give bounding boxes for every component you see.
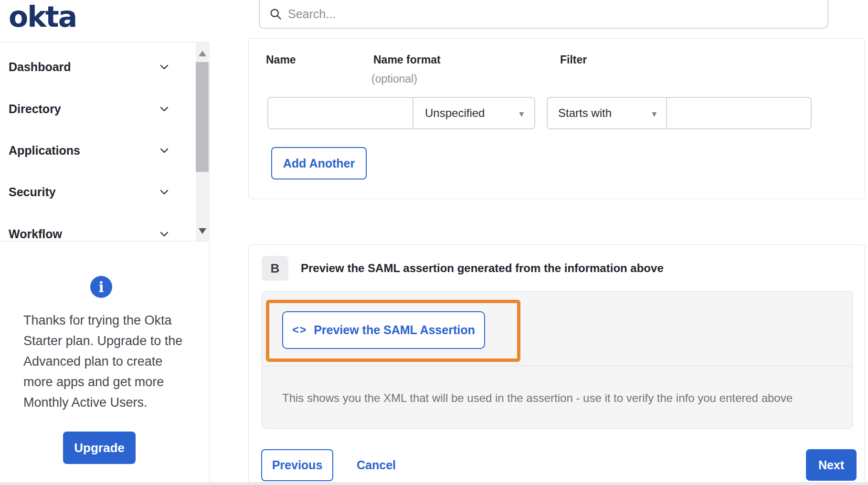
filter-type-select[interactable]: Starts with <box>547 97 667 129</box>
sidebar-right-divider <box>209 42 210 485</box>
sidebar-item-label: Directory <box>9 102 61 116</box>
sidebar-menu-bottom-divider <box>0 241 209 242</box>
chevron-down-icon <box>159 145 170 156</box>
search-input[interactable] <box>288 7 789 21</box>
highlight-annotation-box <box>266 300 520 362</box>
panel-divider <box>262 366 852 366</box>
filter-column-label: Filter <box>560 53 587 66</box>
scroll-down-icon[interactable] <box>199 228 206 234</box>
sidebar-item-directory[interactable]: Directory <box>0 95 195 122</box>
sidebar-item-workflow[interactable]: Workflow <box>0 221 195 247</box>
name-format-column-label: Name format <box>373 53 441 66</box>
chevron-down-icon <box>159 103 170 115</box>
sidebar-item-security[interactable]: Security <box>0 179 195 205</box>
section-b-title: Preview the SAML assertion generated fro… <box>301 262 664 275</box>
name-format-value: Unspecified <box>425 106 485 120</box>
chevron-down-icon <box>159 186 170 198</box>
info-icon <box>90 276 112 298</box>
sidebar-item-label: Dashboard <box>9 60 71 74</box>
sidebar-item-label: Security <box>9 185 56 199</box>
chevron-down-icon <box>159 228 170 240</box>
name-column-label: Name <box>266 53 296 66</box>
optional-sublabel: (optional) <box>371 73 417 85</box>
attribute-name-input[interactable] <box>267 97 413 129</box>
search-icon <box>269 8 282 21</box>
step-b-badge: B <box>262 256 288 281</box>
sidebar-scrollbar-thumb[interactable] <box>196 62 209 172</box>
filter-type-value: Starts with <box>558 106 612 120</box>
sidebar-item-label: Workflow <box>9 227 62 241</box>
caret-down-icon <box>519 106 524 120</box>
sidebar-top-divider <box>0 42 209 42</box>
add-another-button[interactable]: Add Another <box>271 147 367 179</box>
preview-note: This shows you the XML that will be used… <box>282 391 836 405</box>
sidebar-item-label: Applications <box>9 144 80 158</box>
okta-logo[interactable]: okta <box>9 0 76 33</box>
scroll-up-icon[interactable] <box>199 51 206 56</box>
name-format-select[interactable]: Unspecified <box>413 97 535 129</box>
chevron-down-icon <box>159 61 170 73</box>
previous-button[interactable]: Previous <box>261 449 333 481</box>
next-button[interactable]: Next <box>806 449 857 481</box>
viewport-bottom-edge <box>0 482 868 485</box>
cancel-link[interactable]: Cancel <box>357 458 396 472</box>
trial-promo-message: Thanks for trying the Okta Starter plan.… <box>23 310 191 413</box>
sidebar-item-dashboard[interactable]: Dashboard <box>0 53 195 80</box>
sidebar-item-applications[interactable]: Applications <box>0 137 195 164</box>
global-search[interactable] <box>259 0 828 29</box>
caret-down-icon <box>652 106 656 120</box>
okta-admin-console: okta Dashboard Directory Applications Se… <box>0 0 868 485</box>
upgrade-button[interactable]: Upgrade <box>63 432 136 464</box>
filter-value-input[interactable] <box>667 97 812 129</box>
